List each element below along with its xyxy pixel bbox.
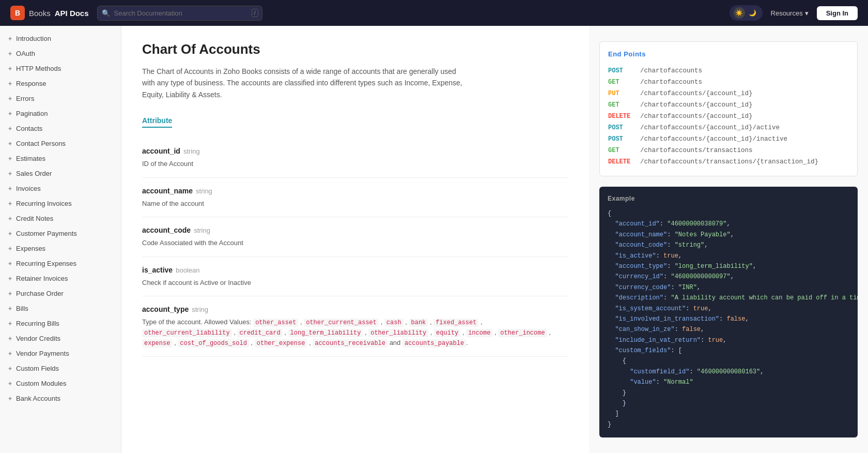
sidebar-item-label: Errors [16, 95, 34, 102]
sidebar-item-label: Vendor Payments [16, 350, 69, 357]
logo-api-label: API Docs [55, 9, 89, 18]
search-input[interactable] [97, 6, 262, 21]
attribute-account_code: account_codestringCode Associated with t… [142, 217, 568, 257]
endpoint-method: POST [608, 135, 634, 143]
sidebar-item-pagination[interactable]: +Pagination [0, 106, 121, 121]
logo: B Books API Docs [10, 6, 89, 20]
attribute-account_name: account_namestringName of the account [142, 178, 568, 218]
code-line: "is_system_account": true, [608, 304, 849, 314]
sidebar-expand-icon: + [8, 275, 12, 282]
sidebar-item-label: Sales Order [16, 170, 52, 177]
sidebar-expand-icon: + [8, 305, 12, 312]
sidebar-item-recurring-expenses[interactable]: +Recurring Expenses [0, 256, 121, 271]
sidebar-item-vendor-credits[interactable]: +Vendor Credits [0, 331, 121, 346]
attr-name: account_name [142, 187, 193, 195]
sidebar-item-estimates[interactable]: +Estimates [0, 151, 121, 166]
main-content: Chart Of Accounts The Chart of Accounts … [121, 26, 589, 453]
attr-description: Type of the account. Allowed Values: oth… [142, 317, 568, 348]
sidebar-item-contact-persons[interactable]: +Contact Persons [0, 136, 121, 151]
code-line: } [608, 419, 849, 430]
sidebar-item-purchase-order[interactable]: +Purchase Order [0, 286, 121, 301]
light-theme-button[interactable]: ☀️ [734, 7, 745, 19]
attr-type: string [194, 226, 210, 234]
endpoint-path: /chartofaccounts/transactions [640, 147, 753, 154]
endpoint-row[interactable]: POST/chartofaccounts [608, 65, 849, 77]
sidebar-item-invoices[interactable]: +Invoices [0, 181, 121, 196]
code-line: "is_involved_in_transaction": false, [608, 314, 849, 324]
sidebar-item-label: Customer Payments [16, 230, 77, 237]
sidebar-item-label: Contacts [16, 125, 42, 132]
sidebar-item-label: Pagination [16, 110, 48, 117]
endpoint-method: GET [608, 79, 634, 86]
sidebar-expand-icon: + [8, 170, 12, 177]
endpoint-row[interactable]: DELETE/chartofaccounts/{account_id} [608, 111, 849, 122]
sidebar-item-custom-modules[interactable]: +Custom Modules [0, 376, 121, 391]
endpoints-box: End Points POST/chartofaccountsGET/chart… [599, 41, 858, 176]
sidebar-expand-icon: + [8, 290, 12, 297]
sidebar-item-credit-notes[interactable]: +Credit Notes [0, 211, 121, 226]
sidebar-item-label: Credit Notes [16, 215, 53, 222]
sidebar-item-vendor-payments[interactable]: +Vendor Payments [0, 346, 121, 361]
sidebar-expand-icon: + [8, 65, 12, 72]
sidebar-item-label: Response [16, 80, 47, 87]
sidebar-item-label: Vendor Credits [16, 335, 60, 342]
sidebar-expand-icon: + [8, 365, 12, 372]
code-line: "include_in_vat_return": true, [608, 335, 849, 345]
sidebar-item-http-methods[interactable]: +HTTP Methods [0, 61, 121, 76]
sidebar-expand-icon: + [8, 80, 12, 87]
sidebar-item-sales-order[interactable]: +Sales Order [0, 166, 121, 181]
sidebar-item-response[interactable]: +Response [0, 76, 121, 91]
endpoint-row[interactable]: POST/chartofaccounts/{account_id}/inacti… [608, 133, 849, 145]
sidebar-expand-icon: + [8, 350, 12, 357]
sidebar: +Introduction+OAuth+HTTP Methods+Respons… [0, 26, 121, 453]
page-title: Chart Of Accounts [142, 41, 568, 57]
attr-description: ID of the Account [142, 159, 568, 169]
endpoint-path: /chartofaccounts/transactions/{transacti… [640, 158, 818, 165]
sidebar-item-oauth[interactable]: +OAuth [0, 46, 121, 61]
code-line: "currency_id": "46000000000097", [608, 271, 849, 282]
sidebar-item-label: Contact Persons [16, 140, 66, 147]
code-line: "account_code": "string", [608, 240, 849, 250]
sidebar-item-expenses[interactable]: +Expenses [0, 241, 121, 256]
sidebar-item-introduction[interactable]: +Introduction [0, 31, 121, 46]
sidebar-item-recurring-bills[interactable]: +Recurring Bills [0, 316, 121, 331]
code-line: "custom_fields": [ [608, 345, 849, 356]
sidebar-item-custom-fields[interactable]: +Custom Fields [0, 361, 121, 376]
endpoint-row[interactable]: POST/chartofaccounts/{account_id}/active [608, 122, 849, 133]
sidebar-item-bank-accounts[interactable]: +Bank Accounts [0, 391, 121, 406]
sidebar-expand-icon: + [8, 125, 12, 132]
signin-button[interactable]: Sign In [817, 6, 858, 20]
code-line: "currency_code": "INR", [608, 282, 849, 293]
resources-button[interactable]: Resources ▾ [771, 9, 809, 17]
endpoint-row[interactable]: GET/chartofaccounts/transactions [608, 145, 849, 156]
code-line: "can_show_in_ze": false, [608, 324, 849, 335]
sidebar-item-retainer-invoices[interactable]: +Retainer Invoices [0, 271, 121, 286]
endpoint-row[interactable]: PUT/chartofaccounts/{account_id} [608, 88, 849, 99]
sidebar-expand-icon: + [8, 185, 12, 192]
sidebar-item-contacts[interactable]: +Contacts [0, 121, 121, 136]
sidebar-item-label: Bank Accounts [16, 395, 60, 402]
attr-type: string [192, 306, 208, 313]
code-line: { [608, 208, 849, 219]
sidebar-item-label: OAuth [16, 50, 35, 57]
endpoint-row[interactable]: DELETE/chartofaccounts/transactions/{tra… [608, 156, 849, 168]
theme-toggle: ☀️ 🌙 [730, 5, 763, 21]
endpoint-path: /chartofaccounts [640, 79, 702, 86]
sidebar-item-label: Custom Fields [16, 365, 59, 372]
endpoint-row[interactable]: GET/chartofaccounts/{account_id} [608, 99, 849, 111]
sidebar-item-bills[interactable]: +Bills [0, 301, 121, 316]
endpoint-path: /chartofaccounts/{account_id} [640, 90, 753, 97]
sidebar-item-recurring-invoices[interactable]: +Recurring Invoices [0, 196, 121, 211]
endpoint-method: PUT [608, 90, 634, 97]
sidebar-item-label: Recurring Expenses [16, 260, 76, 267]
endpoint-row[interactable]: GET/chartofaccounts [608, 77, 849, 88]
sidebar-expand-icon: + [8, 50, 12, 57]
dark-theme-button[interactable]: 🌙 [747, 7, 758, 19]
code-line: } [608, 398, 849, 409]
code-line: "customfield_id": "460000000080163", [608, 367, 849, 377]
sidebar-expand-icon: + [8, 35, 12, 42]
search-container: 🔍 / [97, 6, 262, 21]
sidebar-expand-icon: + [8, 140, 12, 147]
sidebar-item-customer-payments[interactable]: +Customer Payments [0, 226, 121, 241]
sidebar-item-errors[interactable]: +Errors [0, 91, 121, 106]
